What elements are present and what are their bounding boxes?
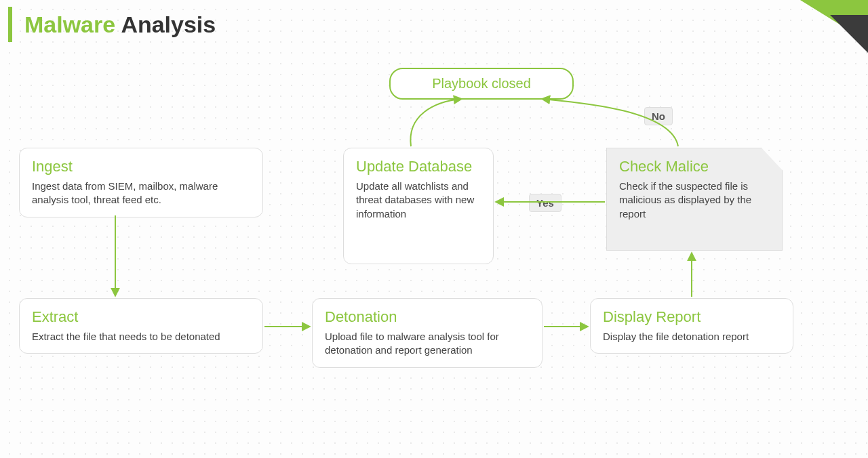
title-word-1: Malware: [24, 12, 115, 37]
node-display-report: Display Report Display the file detonati…: [590, 298, 793, 354]
arrow-update-closed: [410, 99, 461, 146]
node-ingest-desc: Ingest data from SIEM, mailbox, malware …: [32, 180, 250, 207]
slide: Malware Analysis Playbook closed Ingest …: [0, 0, 868, 458]
corner-decoration: [787, 0, 868, 54]
label-no: No: [644, 107, 673, 125]
node-update-desc: Update all watchlists and threat databas…: [356, 180, 481, 221]
node-detonation-desc: Upload file to malware analysis tool for…: [325, 330, 530, 358]
node-check-desc: Check if the suspected file is malicious…: [619, 180, 770, 221]
title-accent-bar: [8, 7, 12, 42]
node-extract-title: Extract: [32, 308, 250, 326]
node-ingest-title: Ingest: [32, 158, 250, 175]
corner-triangle-green: [800, 0, 868, 42]
node-ingest: Ingest Ingest data from SIEM, mailbox, m…: [19, 148, 263, 217]
label-yes: Yes: [529, 194, 561, 212]
node-detonation: Detonation Upload file to malware analys…: [312, 298, 542, 368]
terminal-label: Playbook closed: [432, 76, 531, 91]
title-text: Malware Analysis: [24, 12, 216, 38]
node-display-title: Display Report: [603, 308, 781, 326]
page-title: Malware Analysis: [8, 7, 216, 42]
node-detonation-title: Detonation: [325, 308, 530, 326]
node-extract: Extract Extract the file that needs to b…: [19, 298, 263, 354]
node-check-malice: Check Malice Check if the suspected file…: [606, 148, 783, 251]
node-extract-desc: Extract the file that needs to be detona…: [32, 330, 250, 344]
node-update-title: Update Database: [356, 158, 481, 175]
terminal-playbook-closed: Playbook closed: [389, 68, 574, 100]
node-display-desc: Display the file detonation report: [603, 330, 781, 344]
corner-triangle-dark: [830, 15, 868, 53]
node-check-title: Check Malice: [619, 158, 770, 175]
node-update-database: Update Database Update all watchlists an…: [343, 148, 494, 264]
title-word-2: Analysis: [121, 12, 216, 37]
